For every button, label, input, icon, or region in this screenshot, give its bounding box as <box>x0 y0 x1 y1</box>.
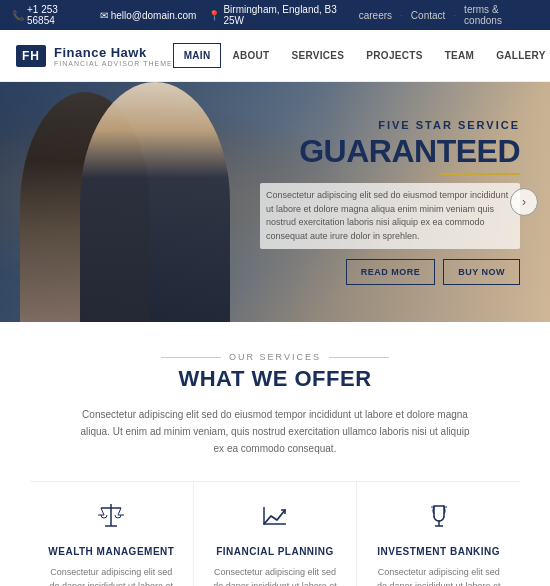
phone-icon: 📞 <box>12 10 24 21</box>
terms-link[interactable]: terms & condons <box>464 4 538 26</box>
service-desc-banking: Consectetur adipiscing elit sed do dapor… <box>373 565 504 586</box>
nav-projects[interactable]: PROJECTS <box>355 43 433 68</box>
hero-description: Consectetur adipiscing elit sed do eiusm… <box>260 183 520 249</box>
top-bar-right: careers · Contact · terms & condons <box>359 4 538 26</box>
top-bar-left: 📞 +1 253 56854 ✉ hello@domain.com 📍 Birm… <box>12 4 359 26</box>
email-icon: ✉ <box>100 10 108 21</box>
hero-sub-label: FIVE STAR SERVICE <box>260 119 520 131</box>
logo-name: Finance Hawk <box>54 45 173 60</box>
nav-gallery[interactable]: GALLERY <box>485 43 550 68</box>
phone-info: 📞 +1 253 56854 <box>12 4 88 26</box>
trophy-icon <box>373 502 504 536</box>
service-cards: WEALTH MANAGEMENT Consectetur adipiscing… <box>30 481 520 586</box>
top-bar: 📞 +1 253 56854 ✉ hello@domain.com 📍 Birm… <box>0 0 550 30</box>
offer-description: Consectetur adipiscing elit sed do eiusm… <box>75 406 475 457</box>
nav-main[interactable]: MAIN <box>173 43 222 68</box>
hero-buttons: READ MORE BUY NOW <box>260 259 520 285</box>
location-icon: 📍 <box>208 10 220 21</box>
service-financial-planning: FINANCIAL PLANNING Consectetur adipiscin… <box>194 482 358 586</box>
nav-about[interactable]: ABOUT <box>221 43 280 68</box>
svg-line-2 <box>101 508 104 515</box>
hero-next-arrow[interactable]: › <box>510 188 538 216</box>
hero-section: FIVE STAR SERVICE GUARANTEED Consectetur… <box>0 82 550 322</box>
buy-now-button[interactable]: BUY NOW <box>443 259 520 285</box>
logo-icon: FH <box>16 45 46 67</box>
email-info: ✉ hello@domain.com <box>100 10 197 21</box>
service-wealth-management: WEALTH MANAGEMENT Consectetur adipiscing… <box>30 482 194 586</box>
offer-title: WHAT WE OFFER <box>30 366 520 392</box>
logo-sub: FINANCIAL ADVISOR THEME <box>54 60 173 67</box>
svg-line-4 <box>118 508 121 515</box>
contact-link[interactable]: Contact <box>411 10 445 21</box>
careers-link[interactable]: careers <box>359 10 392 21</box>
nav-team[interactable]: TEAM <box>434 43 486 68</box>
service-investment-banking: INVESTMENT BANKING Consectetur adipiscin… <box>357 482 520 586</box>
scales-icon <box>46 502 177 536</box>
hero-underline <box>440 173 520 175</box>
service-desc-wealth: Consectetur adipiscing elit sed do dapor… <box>46 565 177 586</box>
service-name-planning: FINANCIAL PLANNING <box>210 546 341 557</box>
header: FH Finance Hawk FINANCIAL ADVISOR THEME … <box>0 30 550 82</box>
read-more-button[interactable]: READ MORE <box>346 259 436 285</box>
offer-section: OUR SERVICES WHAT WE OFFER Consectetur a… <box>0 322 550 586</box>
hero-title: GUARANTEED <box>260 135 520 167</box>
service-desc-planning: Consectetur adipiscing elit sed do dapor… <box>210 565 341 586</box>
main-nav: MAIN ABOUT SERVICES PROJECTS TEAM GALLER… <box>173 42 550 69</box>
chart-icon <box>210 502 341 536</box>
service-name-banking: INVESTMENT BANKING <box>373 546 504 557</box>
service-name-wealth: WEALTH MANAGEMENT <box>46 546 177 557</box>
nav-services[interactable]: SERVICES <box>281 43 356 68</box>
logo-area: FH Finance Hawk FINANCIAL ADVISOR THEME <box>16 45 173 67</box>
hero-person2 <box>80 82 230 322</box>
hero-content: FIVE STAR SERVICE GUARANTEED Consectetur… <box>260 119 520 285</box>
logo-text: Finance Hawk FINANCIAL ADVISOR THEME <box>54 45 173 67</box>
location-info: 📍 Birmingham, England, B3 25W <box>208 4 358 26</box>
offer-label: OUR SERVICES <box>30 352 520 362</box>
